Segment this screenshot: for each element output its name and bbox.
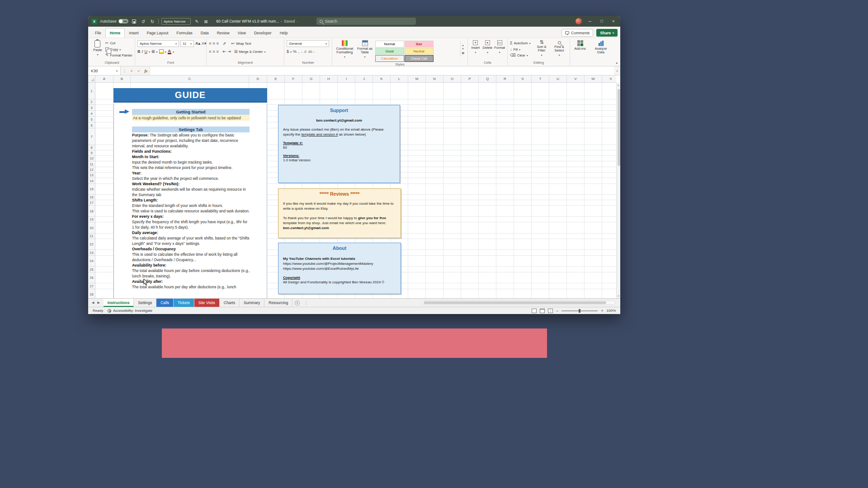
zoom-slider[interactable] (561, 310, 598, 311)
restore-button[interactable]: □ (598, 18, 605, 25)
sheet-tab-charts[interactable]: Charts (220, 299, 240, 307)
ribbon-tab-developer[interactable]: Developer (250, 28, 276, 38)
confirm-entry-icon[interactable]: ✓ (135, 66, 142, 75)
ribbon-tab-data[interactable]: Data (197, 28, 213, 38)
column-header-i[interactable]: I (338, 75, 355, 82)
column-header-p[interactable]: P (461, 75, 479, 82)
decrease-decimal-icon[interactable]: .00→ (307, 50, 315, 54)
column-header-e[interactable]: E (267, 75, 285, 82)
ribbon-tab-help[interactable]: Help (276, 28, 292, 38)
sheet-tab-site-visits[interactable]: Site Visits (194, 299, 220, 307)
merge-center-button[interactable]: ⊟Merge & Center▾ (234, 49, 266, 55)
row-header-17[interactable]: 17 (88, 200, 95, 206)
insert-cells-button[interactable]: + Insert▾ (470, 39, 481, 54)
name-box[interactable]: K30▾ (88, 66, 121, 75)
vertical-scroll-thumb[interactable] (618, 89, 620, 166)
zoom-out-icon[interactable]: − (556, 309, 558, 313)
about-box[interactable]: About My YouTube Channels with Excel tut… (278, 243, 401, 294)
ribbon-tab-page-layout[interactable]: Page Layout (143, 28, 173, 38)
row-header-25[interactable]: 25 (88, 267, 95, 272)
increase-indent-icon[interactable]: ⇥ (227, 50, 231, 54)
sheet-tab-tickets[interactable]: Tickets (174, 299, 194, 307)
cell-style-calculation[interactable]: Calculation (375, 55, 404, 62)
increase-font-icon[interactable]: A▴ (195, 42, 200, 46)
column-header-m[interactable]: M (408, 75, 426, 82)
row-header-10[interactable]: 10 (88, 156, 95, 161)
sheet-tab-resourcing[interactable]: Resourcing (264, 299, 292, 307)
sheet-nav-left-icon[interactable]: ◀ (92, 301, 94, 305)
undo-button[interactable]: ↺ (140, 18, 146, 24)
column-header-b[interactable]: B (113, 75, 131, 82)
autosave-toggle[interactable]: AutoSave On (100, 19, 128, 23)
row-header-13[interactable]: 13 (88, 173, 95, 178)
close-button[interactable]: × (610, 18, 617, 25)
decrease-font-icon[interactable]: A▾ (202, 42, 207, 46)
new-sheet-button[interactable]: + (292, 299, 302, 307)
ribbon-tab-home[interactable]: Home (105, 28, 125, 38)
format-cells-button[interactable]: ▭ Format▾ (494, 39, 505, 54)
borders-qat-icon[interactable]: ⊞ (203, 18, 209, 24)
copy-button[interactable]: Copy▾ (105, 47, 132, 52)
row-header-2[interactable]: 2 (88, 99, 95, 105)
autosum-button[interactable]: ΣAutoSum▾ (510, 40, 532, 46)
row-header-8[interactable]: 8 (88, 145, 95, 150)
sheet-tab-summary[interactable]: Summary (240, 299, 264, 307)
column-header-h[interactable]: H (320, 75, 338, 82)
accessibility-status[interactable]: Accessibility: Investigate (108, 309, 152, 313)
row-header-14[interactable]: 14 (88, 178, 95, 184)
user-avatar[interactable] (576, 18, 582, 24)
row-header-9[interactable]: 9 (88, 150, 95, 156)
row-header-27[interactable]: 27 (88, 283, 95, 289)
row-header-12[interactable]: 12 (88, 167, 95, 173)
zoom-level[interactable]: 100% (607, 309, 616, 313)
column-header-x[interactable]: X (602, 75, 616, 82)
column-header-n[interactable]: N (426, 75, 443, 82)
sheet-tab-settings[interactable]: Settings (134, 299, 156, 307)
zoom-in-icon[interactable]: + (601, 309, 603, 313)
row-header-28[interactable]: 28 (88, 289, 95, 298)
row-header-15[interactable]: 15 (88, 184, 95, 195)
autosave-switch-icon[interactable]: On (118, 19, 128, 23)
font-color-button[interactable]: A (168, 49, 172, 54)
cell-style-bad[interactable]: Bad (405, 41, 434, 47)
row-header-4[interactable]: 4 (88, 111, 95, 117)
accounting-format-icon[interactable]: $ (287, 50, 289, 54)
column-header-f[interactable]: F (285, 75, 302, 82)
reviews-box[interactable]: ***** Reviews ***** If you like my work … (278, 188, 401, 238)
insert-function-icon[interactable]: fx (142, 66, 150, 75)
conditional-formatting-button[interactable]: Conditional Formatting▾ (335, 39, 355, 59)
page-break-view-icon[interactable] (548, 309, 553, 313)
select-all-corner[interactable] (88, 75, 95, 83)
cancel-entry-icon[interactable]: × (128, 66, 135, 75)
delete-cells-button[interactable]: × Delete▾ (482, 39, 493, 54)
row-header-21[interactable]: 21 (88, 234, 95, 239)
row-header-23[interactable]: 23 (88, 250, 95, 256)
bold-button[interactable]: B (137, 50, 141, 54)
row-header-24[interactable]: 24 (88, 256, 95, 267)
row-header-6[interactable]: 6 (88, 122, 95, 128)
redo-button[interactable]: ↻ (149, 18, 156, 24)
row-header-16[interactable]: 16 (88, 195, 95, 200)
gallery-scroll-buttons[interactable]: ▲▼▦ (460, 41, 465, 57)
sheet-canvas[interactable]: GUIDE Getting StartedAs a rough guidelin… (95, 83, 616, 298)
clear-button[interactable]: ⌫Clear▾ (510, 52, 532, 58)
underline-button[interactable]: U (145, 50, 148, 54)
fill-color-button[interactable] (159, 49, 164, 54)
cell-style-good[interactable]: Good (375, 48, 404, 55)
column-header-t[interactable]: T (532, 75, 549, 82)
font-name-selector[interactable]: Aptos Narrow▾ (137, 40, 179, 47)
normal-view-icon[interactable] (532, 309, 537, 313)
align-middle-icon[interactable]: ≡ (212, 42, 215, 46)
ribbon-tab-file[interactable]: File (91, 28, 105, 38)
column-header-v[interactable]: V (567, 75, 585, 82)
row-header-11[interactable]: 11 (88, 161, 95, 167)
italic-button[interactable]: I (142, 50, 143, 54)
number-format-selector[interactable]: General▾ (287, 40, 329, 47)
format-as-table-button[interactable]: Format as Table▾ (356, 39, 374, 59)
orientation-icon[interactable]: ⇗ (223, 42, 226, 46)
column-header-g[interactable]: G (302, 75, 320, 82)
support-box[interactable]: Support ben.contact.yt@gmail.com Any iss… (278, 105, 400, 183)
zoom-slider-thumb[interactable] (579, 309, 580, 313)
column-header-w[interactable]: W (585, 75, 602, 82)
decrease-indent-icon[interactable]: ⇤ (223, 50, 226, 54)
